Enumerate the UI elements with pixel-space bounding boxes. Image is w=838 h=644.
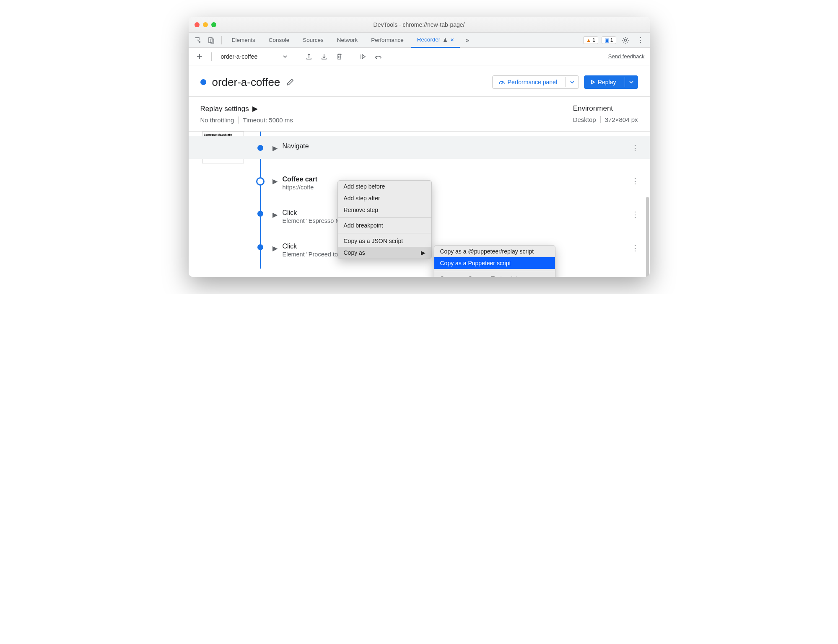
close-tab-icon[interactable]: ×: [450, 36, 454, 43]
menu-item-remove[interactable]: Remove step: [338, 204, 431, 216]
menu-divider: [338, 217, 431, 218]
step-icon[interactable]: [357, 51, 369, 62]
devtools-tabs: Elements Console Sources Network Perform…: [189, 33, 650, 48]
timeline-marker: [257, 145, 263, 151]
tab-console[interactable]: Console: [263, 33, 296, 48]
warnings-badge[interactable]: ▲1: [583, 36, 598, 44]
gauge-icon: [498, 79, 505, 85]
play-icon: [590, 80, 595, 85]
delete-icon[interactable]: [333, 51, 345, 62]
chevron-right-icon: ▶: [272, 211, 278, 219]
context-menu: Add step before Add step after Remove st…: [337, 180, 432, 259]
step-subtitle: https://coffe: [283, 184, 318, 191]
replay-settings-values: No throttlingTimeout: 5000 ms: [200, 116, 293, 124]
context-submenu: Copy as a @puppeteer/replay script Copy …: [434, 245, 555, 277]
tab-sources[interactable]: Sources: [297, 33, 329, 48]
recording-selector[interactable]: order-a-coffee: [218, 53, 291, 60]
menu-item-copy-cypress[interactable]: Copy as a Cypress Test script: [434, 273, 555, 277]
menu-item-copy-puppeteer[interactable]: Copy as a Puppeteer script: [434, 257, 555, 269]
message-icon: ▣: [605, 37, 609, 43]
add-icon[interactable]: [194, 51, 205, 62]
svg-point-2: [624, 39, 626, 41]
export-icon[interactable]: [303, 51, 315, 62]
tab-label: Recorder: [417, 36, 441, 43]
settings-row: Replay settings▶ No throttlingTimeout: 5…: [189, 97, 650, 132]
separator: [297, 52, 297, 61]
step-title: Coffee cart: [283, 176, 318, 183]
svg-point-3: [376, 57, 377, 59]
menu-item-copy-as[interactable]: Copy as▶: [338, 247, 431, 259]
window-title: DevTools - chrome://new-tab-page/: [189, 21, 650, 28]
recording-header: order-a-coffee Performance panel Replay: [189, 65, 650, 97]
settings-icon[interactable]: [620, 34, 631, 46]
recorder-toolbar: order-a-coffee Send feedback: [189, 48, 650, 65]
step-menu-icon[interactable]: ⋮: [631, 243, 638, 253]
titlebar: DevTools - chrome://new-tab-page/: [189, 17, 650, 33]
separator: [211, 52, 212, 61]
step-menu-icon[interactable]: ⋮: [631, 143, 638, 153]
chevron-down-icon[interactable]: [625, 77, 638, 87]
inspect-icon[interactable]: [192, 34, 204, 46]
flask-icon: [443, 37, 448, 42]
step-row[interactable]: ▶ Navigate ⋮: [189, 136, 650, 159]
send-feedback-link[interactable]: Send feedback: [608, 53, 645, 59]
menu-item-add-before[interactable]: Add step before: [338, 181, 431, 192]
step-title: Navigate: [283, 142, 309, 150]
replay-settings-header[interactable]: Replay settings▶: [200, 104, 293, 113]
status-dot: [200, 79, 206, 85]
menu-divider: [434, 271, 555, 271]
performance-panel-button[interactable]: Performance panel: [492, 75, 579, 89]
devtools-window: DevTools - chrome://new-tab-page/ Elemen…: [189, 17, 650, 277]
step-menu-icon[interactable]: ⋮: [631, 176, 638, 186]
device-icon[interactable]: [205, 34, 217, 46]
tab-recorder[interactable]: Recorder ×: [411, 33, 460, 48]
chevron-right-icon: ▶: [272, 177, 278, 185]
separator: [221, 36, 222, 44]
step-over-icon[interactable]: [372, 51, 384, 62]
replay-button[interactable]: Replay: [584, 75, 638, 89]
timeline-marker: [257, 244, 263, 250]
tab-elements[interactable]: Elements: [226, 33, 261, 48]
menu-item-copy-replay[interactable]: Copy as a @puppeteer/replay script: [434, 246, 555, 257]
scrollbar[interactable]: [646, 197, 649, 277]
edit-icon[interactable]: [286, 78, 294, 86]
menu-item-add-after[interactable]: Add step after: [338, 192, 431, 204]
step-menu-icon[interactable]: ⋮: [631, 210, 638, 219]
menu-item-copy-json[interactable]: Copy as a JSON script: [338, 235, 431, 247]
warning-icon: ▲: [586, 37, 591, 43]
chevron-right-icon: ▶: [272, 244, 278, 252]
recording-title: order-a-coffee: [212, 76, 280, 89]
chevron-down-icon: [283, 54, 288, 59]
menu-divider: [338, 233, 431, 233]
messages-badge[interactable]: ▣1: [602, 36, 616, 44]
separator: [351, 52, 351, 61]
menu-item-breakpoint[interactable]: Add breakpoint: [338, 220, 431, 231]
chevron-right-icon: ▶: [252, 104, 258, 113]
svg-point-4: [501, 83, 502, 84]
more-tabs-icon[interactable]: »: [462, 34, 473, 46]
svg-rect-0: [209, 38, 212, 43]
import-icon[interactable]: [318, 51, 330, 62]
tab-performance[interactable]: Performance: [365, 33, 409, 48]
environment-values: Desktop372×804 px: [573, 116, 638, 123]
chevron-down-icon[interactable]: [566, 77, 579, 87]
chevron-right-icon: ▶: [421, 249, 425, 256]
chevron-right-icon: ▶: [272, 144, 278, 152]
kebab-icon[interactable]: ⋮: [635, 34, 646, 46]
timeline-marker: [256, 177, 265, 186]
tab-network[interactable]: Network: [331, 33, 364, 48]
environment-header: Environment: [573, 104, 638, 113]
timeline-marker: [257, 211, 263, 217]
